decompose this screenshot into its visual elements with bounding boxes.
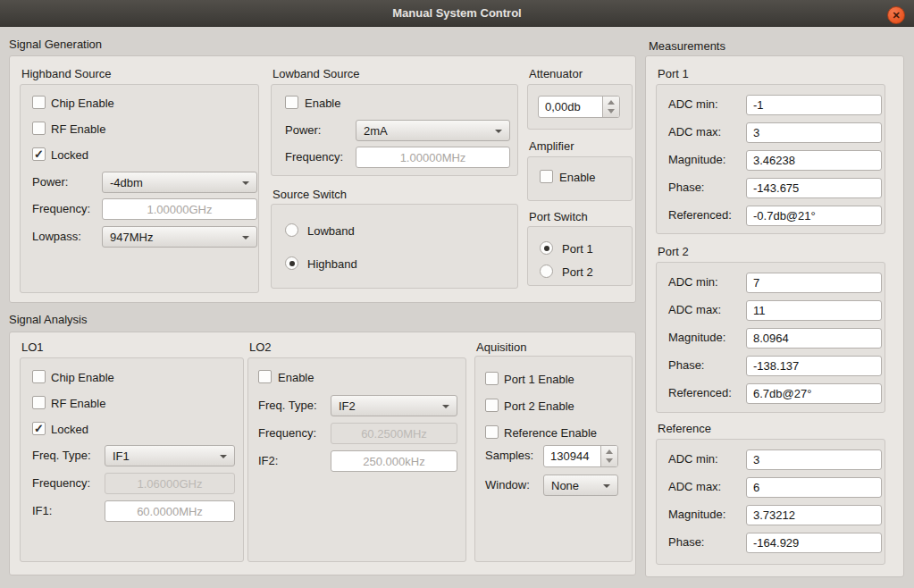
hb-frequency-input[interactable]: 1.00000GHz xyxy=(102,198,257,220)
lb-enable-checkbox[interactable]: ✓ xyxy=(285,96,298,109)
p2-adc-min-field[interactable]: 7 xyxy=(746,273,882,293)
hb-lowpass-value: 947MHz xyxy=(110,231,153,244)
p1-magnitude-label: Magnitude: xyxy=(668,153,725,167)
aq-port2-enable-checkbox[interactable]: ✓ xyxy=(485,399,499,412)
lo2-frequency-input: 60.2500MHz xyxy=(331,423,457,444)
amplifier-enable-checkbox[interactable]: ✓ xyxy=(540,170,553,183)
ref-phase-field[interactable]: -164.929 xyxy=(746,533,882,553)
lo1-freq-type-select[interactable]: IF1 xyxy=(105,445,235,466)
lo1-freq-type-value: IF1 xyxy=(113,449,130,463)
p2-referenced-label: Referenced: xyxy=(668,386,732,400)
lo1-locked-label: Locked xyxy=(51,423,88,437)
lb-frequency-label: Frequency: xyxy=(285,150,343,164)
ref-magnitude-field[interactable]: 3.73212 xyxy=(746,505,882,525)
lo2-enable-checkbox[interactable]: ✓ xyxy=(258,370,272,383)
spin-up-icon[interactable] xyxy=(608,100,615,105)
radio-dot xyxy=(544,246,549,251)
lo1-frequency-input: 1.06000GHz xyxy=(105,473,235,494)
source-switch-group xyxy=(271,204,518,289)
source-highband-radio[interactable] xyxy=(285,256,298,270)
aq-reference-enable-checkbox[interactable]: ✓ xyxy=(485,425,499,439)
attenuator-spin-buttons[interactable] xyxy=(602,97,619,117)
hb-lowpass-select[interactable]: 947MHz xyxy=(102,226,257,248)
lo1-freq-type-label: Freq. Type: xyxy=(32,449,91,463)
lo1-if1-input[interactable]: 60.0000MHz xyxy=(105,500,235,522)
aq-reference-enable-label: Reference Enable xyxy=(504,426,597,441)
lb-power-value: 2mA xyxy=(364,124,388,138)
aq-port1-enable-checkbox[interactable]: ✓ xyxy=(485,372,499,385)
lo2-if2-input[interactable]: 250.000kHz xyxy=(331,450,457,472)
hb-chip-enable-checkbox[interactable]: ✓ xyxy=(32,96,46,109)
aq-window-label: Window: xyxy=(485,478,530,492)
check-icon: ✓ xyxy=(33,148,45,160)
source-highband-label: Highband xyxy=(307,257,357,272)
signal-generation-title: Signal Generation xyxy=(9,38,102,52)
lo1-frequency-label: Frequency: xyxy=(32,476,90,491)
p1-adc-max-field[interactable]: 3 xyxy=(746,122,882,143)
lb-enable-label: Enable xyxy=(305,97,340,111)
measurements-title: Measurements xyxy=(649,39,725,54)
aq-samples-value: 130944 xyxy=(550,449,589,463)
attenuator-spinbox[interactable]: 0,00db xyxy=(538,96,620,118)
p1-adc-min-field[interactable]: -1 xyxy=(746,95,882,115)
aq-port2-enable-label: Port 2 Enable xyxy=(504,399,574,414)
p2-adc-min-label: ADC min: xyxy=(668,275,718,290)
port1-radio[interactable] xyxy=(540,241,553,255)
p2-referenced-field[interactable]: 6.7db@27° xyxy=(746,383,882,404)
lb-frequency-input[interactable]: 1.00000MHz xyxy=(356,147,510,168)
ref-adc-max-field[interactable]: 6 xyxy=(746,477,882,498)
lo1-if1-label: IF1: xyxy=(32,504,52,518)
lo2-freq-type-label: Freq. Type: xyxy=(258,399,317,413)
p1-phase-field[interactable]: -143.675 xyxy=(746,178,882,198)
spin-up-icon[interactable] xyxy=(606,449,613,454)
aq-samples-spin-buttons[interactable] xyxy=(600,446,617,466)
titlebar[interactable]: Manual System Control ✕ xyxy=(0,0,914,27)
p2-adc-max-field[interactable]: 11 xyxy=(746,300,882,321)
chevron-down-icon xyxy=(603,484,610,488)
ref-magnitude-label: Magnitude: xyxy=(668,508,725,522)
spin-down-icon[interactable] xyxy=(606,458,613,463)
p2-magnitude-field[interactable]: 8.0964 xyxy=(746,328,882,349)
chevron-down-icon xyxy=(242,181,249,185)
p1-magnitude-field[interactable]: 3.46238 xyxy=(746,150,882,171)
hb-chip-enable-label: Chip Enable xyxy=(51,97,114,111)
p1-referenced-field[interactable]: -0.7db@21° xyxy=(746,206,882,226)
aq-window-select[interactable]: None xyxy=(543,475,618,496)
aq-port1-enable-label: Port 1 Enable xyxy=(504,373,574,387)
aq-window-value: None xyxy=(551,479,579,492)
close-button[interactable]: ✕ xyxy=(887,6,905,24)
p2-phase-field[interactable]: -138.137 xyxy=(746,356,882,376)
hb-rf-enable-label: RF Enable xyxy=(51,122,105,137)
lo1-locked-checkbox[interactable]: ✓ xyxy=(32,422,46,435)
close-icon: ✕ xyxy=(892,11,900,21)
ref-adc-max-label: ADC max: xyxy=(668,480,721,494)
aq-samples-spinbox[interactable]: 130944 xyxy=(543,445,618,467)
radio-dot xyxy=(289,261,295,266)
attenuator-title: Attenuator xyxy=(529,67,583,81)
p2-phase-label: Phase: xyxy=(668,358,704,373)
hb-power-select[interactable]: -4dbm xyxy=(102,172,257,193)
lo1-rf-enable-checkbox[interactable]: ✓ xyxy=(32,396,46,409)
hb-locked-checkbox[interactable]: ✓ xyxy=(32,147,46,161)
hb-rf-enable-checkbox[interactable]: ✓ xyxy=(32,122,46,135)
lo1-rf-enable-label: RF Enable xyxy=(51,397,105,411)
ref-adc-min-field[interactable]: 3 xyxy=(746,449,882,470)
spin-down-icon[interactable] xyxy=(608,109,615,113)
chevron-down-icon xyxy=(442,405,449,408)
source-lowband-radio[interactable] xyxy=(285,223,298,237)
lo1-chip-enable-checkbox[interactable]: ✓ xyxy=(32,370,46,383)
chevron-down-icon xyxy=(220,455,227,458)
hb-power-label: Power: xyxy=(32,175,68,189)
ref-adc-min-label: ADC min: xyxy=(668,452,718,466)
signal-analysis-title: Signal Analysis xyxy=(9,313,87,327)
meas-port2-title: Port 2 xyxy=(658,245,689,259)
lo2-freq-type-select[interactable]: IF2 xyxy=(331,395,457,416)
lo2-title: LO2 xyxy=(249,340,272,355)
hb-locked-label: Locked xyxy=(51,148,88,163)
amplifier-title: Amplifier xyxy=(529,139,574,154)
port2-radio[interactable] xyxy=(540,265,553,278)
lowband-source-title: Lowband Source xyxy=(273,67,360,81)
hb-frequency-label: Frequency: xyxy=(32,202,90,216)
chevron-down-icon xyxy=(495,130,502,133)
lb-power-select[interactable]: 2mA xyxy=(356,120,510,141)
